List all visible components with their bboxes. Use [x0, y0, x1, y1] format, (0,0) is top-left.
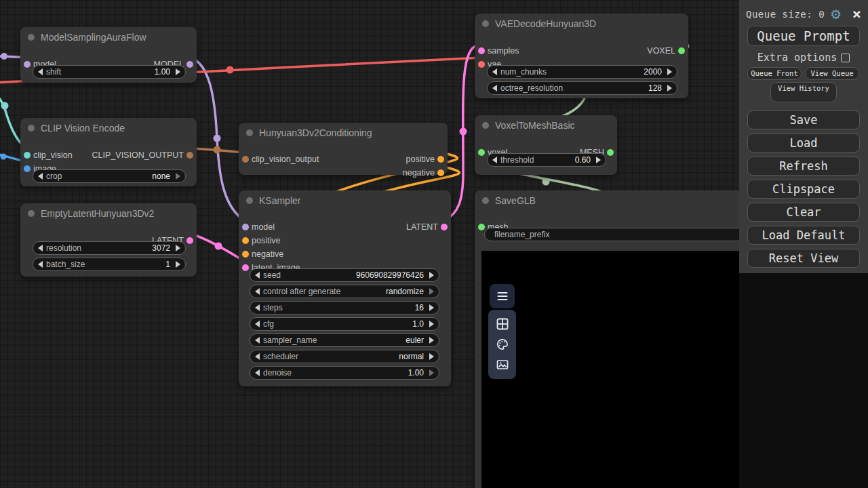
decrement-arrow-icon[interactable] [255, 288, 260, 295]
node-title-bar[interactable]: VAEDecodeHunyuan3D [475, 14, 688, 34]
input-port-voxel[interactable] [478, 149, 485, 156]
increment-arrow-icon[interactable] [596, 157, 601, 163]
load-button[interactable]: Load [747, 134, 860, 152]
increment-arrow-icon[interactable] [429, 337, 434, 344]
widget-denoise[interactable]: denoise 1.00 [250, 366, 439, 380]
view-queue-button[interactable]: View Queue [805, 67, 859, 80]
refresh-button[interactable]: Refresh [747, 157, 860, 176]
increment-arrow-icon[interactable] [429, 321, 434, 327]
output-port-latent[interactable] [441, 224, 448, 230]
widget-threshold[interactable]: threshold 0.60 [487, 153, 606, 167]
save-button[interactable]: Save [747, 110, 860, 129]
output-port-negative[interactable] [437, 169, 444, 176]
input-port-mesh[interactable] [478, 224, 485, 230]
widget-num-chunks[interactable]: num_chunks 2000 [487, 65, 677, 79]
input-port-vae[interactable] [478, 61, 485, 68]
collapse-dot-icon[interactable] [28, 125, 35, 131]
increment-arrow-icon[interactable] [429, 304, 434, 311]
decrement-arrow-icon[interactable] [255, 353, 260, 360]
widget-crop[interactable]: crop none [33, 169, 186, 183]
queue-prompt-button[interactable]: Queue Prompt [747, 26, 860, 46]
node-title-bar[interactable]: EmptyLatentHunyuan3Dv2 [20, 203, 197, 224]
widget-steps[interactable]: steps 16 [250, 301, 439, 314]
grid-icon[interactable] [495, 317, 510, 331]
input-port-latent-image[interactable] [242, 264, 249, 271]
decrement-arrow-icon[interactable] [38, 68, 43, 75]
widget-batch-size[interactable]: batch_size 1 [33, 258, 186, 271]
increment-arrow-icon[interactable] [176, 245, 180, 251]
widget-resolution[interactable]: resolution 3072 [33, 241, 186, 255]
widget-shift[interactable]: shift 1.00 [33, 65, 186, 79]
node-voxel-to-mesh-basic[interactable]: VoxelToMeshBasic voxel MESH threshold 0.… [475, 115, 617, 175]
increment-arrow-icon[interactable] [429, 288, 434, 295]
decrement-arrow-icon[interactable] [255, 272, 260, 279]
node-vae-decode-hunyuan3d[interactable]: VAEDecodeHunyuan3D samples VOXEL vae num… [475, 14, 688, 98]
node-title-bar[interactable]: KSampler [239, 190, 451, 211]
node-graph-canvas[interactable]: ModelSamplingAuraFlow model MODEL shift … [0, 0, 868, 488]
collapse-dot-icon[interactable] [246, 197, 253, 204]
output-port-latent[interactable] [186, 237, 193, 244]
input-port-model[interactable] [242, 224, 249, 230]
palette-icon[interactable] [495, 337, 510, 352]
node-title-bar[interactable]: ModelSamplingAuraFlow [20, 27, 197, 47]
node-hunyuan3dv2-conditioning[interactable]: Hunyuan3Dv2Conditioning clip_vision_outp… [239, 123, 448, 175]
decrement-arrow-icon[interactable] [255, 369, 260, 376]
decrement-arrow-icon[interactable] [38, 261, 43, 268]
collapse-dot-icon[interactable] [28, 34, 35, 41]
widget-octree-resolution[interactable]: octree_resolution 128 [487, 81, 677, 95]
output-port-clip-vision-output[interactable] [186, 152, 193, 159]
decrement-arrow-icon[interactable] [38, 173, 43, 180]
node-empty-latent-hunyuan3dv2[interactable]: EmptyLatentHunyuan3Dv2 LATENT resolution… [20, 203, 197, 277]
widget-scheduler[interactable]: scheduler normal [250, 350, 439, 363]
node-title-bar[interactable]: CLIP Vision Encode [20, 118, 197, 138]
collapse-dot-icon[interactable] [482, 122, 489, 129]
increment-arrow-icon[interactable] [429, 272, 434, 279]
widget-cfg[interactable]: cfg 1.0 [250, 317, 439, 331]
output-port-model[interactable] [186, 61, 193, 68]
output-port-positive[interactable] [437, 156, 444, 163]
output-port-voxel[interactable] [678, 47, 685, 54]
extra-options-checkbox[interactable] [841, 54, 850, 62]
widget-filename-prefix[interactable]: filename_prefix [484, 228, 762, 241]
increment-arrow-icon[interactable] [429, 353, 434, 360]
input-port-negative[interactable] [242, 251, 249, 258]
decrement-arrow-icon[interactable] [255, 337, 260, 344]
viewport-menu-button[interactable] [490, 284, 515, 308]
output-port-mesh[interactable] [607, 149, 614, 156]
collapse-dot-icon[interactable] [246, 129, 253, 136]
decrement-arrow-icon[interactable] [492, 68, 497, 75]
decrement-arrow-icon[interactable] [492, 157, 497, 163]
node-model-sampling-auraflow[interactable]: ModelSamplingAuraFlow model MODEL shift … [20, 27, 197, 83]
input-port-samples[interactable] [478, 47, 485, 54]
input-port-model[interactable] [24, 61, 31, 68]
increment-arrow-icon[interactable] [176, 68, 180, 75]
increment-arrow-icon[interactable] [667, 68, 672, 75]
clipspace-button[interactable]: Clipspace [747, 180, 860, 199]
reset-view-button[interactable]: Reset View [747, 249, 860, 268]
node-ksampler[interactable]: KSampler model LATENT positive negative … [239, 190, 451, 386]
decrement-arrow-icon[interactable] [255, 304, 260, 311]
node-clip-vision-encode[interactable]: CLIP Vision Encode clip_vision CLIP_VISI… [20, 118, 197, 186]
image-icon[interactable] [495, 357, 510, 372]
close-icon[interactable]: × [852, 7, 861, 21]
queue-front-button[interactable]: Queue Front [747, 67, 802, 80]
load-default-button[interactable]: Load Default [747, 226, 860, 245]
clear-button[interactable]: Clear [747, 203, 860, 222]
collapse-dot-icon[interactable] [28, 210, 35, 217]
increment-arrow-icon[interactable] [667, 85, 672, 92]
widget-sampler-name[interactable]: sampler_name euler [250, 333, 439, 347]
increment-arrow-icon[interactable] [176, 261, 180, 268]
input-port-clip-vision[interactable] [24, 152, 31, 159]
node-title-bar[interactable]: VoxelToMeshBasic [475, 115, 617, 136]
decrement-arrow-icon[interactable] [38, 245, 43, 251]
increment-arrow-icon[interactable] [429, 369, 434, 376]
widget-seed[interactable]: seed 960690829976426 [250, 268, 439, 282]
collapse-dot-icon[interactable] [482, 20, 489, 27]
view-history-button[interactable]: View History [770, 82, 837, 102]
decrement-arrow-icon[interactable] [255, 321, 260, 327]
decrement-arrow-icon[interactable] [492, 85, 497, 92]
widget-control-after-generate[interactable]: control after generate randomize [250, 285, 439, 298]
collapse-dot-icon[interactable] [482, 197, 489, 204]
settings-gear-icon[interactable]: ⚙ [830, 8, 842, 21]
input-port-clip-vision-output[interactable] [242, 156, 249, 163]
